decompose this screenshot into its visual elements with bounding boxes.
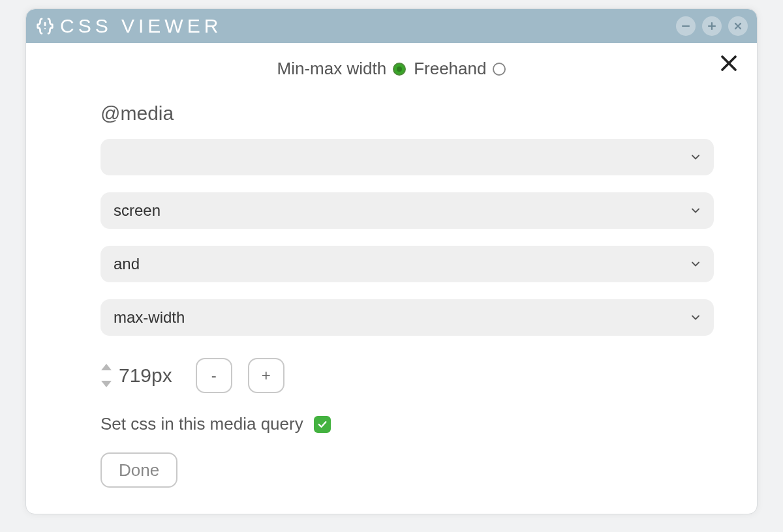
mode-selector: Min-max width Freehand [46, 59, 737, 79]
spinner-arrows[interactable] [100, 363, 112, 388]
title-left: CSS VIEWER [35, 15, 222, 37]
dropdown-group: screen and max-width [100, 139, 714, 336]
value-row: 719px - + [100, 358, 737, 393]
mode-option-freehand-label: Freehand [414, 59, 486, 79]
svg-marker-9 [101, 381, 112, 387]
decrement-button[interactable]: - [196, 358, 232, 393]
chevron-down-icon [689, 204, 702, 217]
minus-icon: - [211, 366, 217, 385]
arrow-up-icon[interactable] [100, 363, 112, 371]
mode-option-minmax[interactable]: Min-max width [277, 59, 407, 79]
svg-marker-8 [101, 364, 112, 370]
set-css-row: Set css in this media query [100, 414, 737, 434]
mode-option-minmax-label: Min-max width [277, 59, 387, 79]
close-panel-button[interactable] [716, 51, 741, 76]
window-title: CSS VIEWER [60, 15, 222, 37]
dropdown-feature-value: max-width [114, 308, 185, 327]
done-button-label: Done [119, 460, 159, 480]
css-viewer-window: CSS VIEWER [25, 8, 758, 514]
plus-icon: + [262, 366, 271, 385]
minimize-button[interactable] [676, 16, 696, 36]
chevron-down-icon [689, 258, 702, 271]
dropdown-operator-value: and [114, 255, 140, 273]
svg-point-0 [44, 28, 46, 29]
chevron-down-icon [689, 151, 702, 164]
chevron-down-icon [689, 311, 702, 324]
done-button[interactable]: Done [100, 452, 177, 488]
stepper-buttons: - + [196, 358, 284, 393]
dropdown-prefix[interactable] [100, 139, 714, 175]
close-window-button[interactable] [728, 16, 748, 36]
panel-body: Min-max width Freehand @media screen [26, 43, 757, 501]
radio-unchecked-icon [493, 63, 506, 76]
titlebar-controls [676, 16, 748, 36]
check-icon [316, 419, 328, 430]
titlebar: CSS VIEWER [26, 9, 757, 43]
dropdown-media-type[interactable]: screen [100, 192, 714, 229]
dropdown-feature[interactable]: max-width [100, 299, 714, 336]
width-spinner[interactable]: 719px [100, 363, 172, 388]
set-css-label: Set css in this media query [100, 414, 303, 434]
radio-checked-icon [393, 63, 406, 76]
increment-button[interactable]: + [248, 358, 284, 393]
braces-icon [35, 16, 60, 36]
set-css-checkbox[interactable] [314, 416, 331, 433]
width-value: 719px [119, 364, 172, 387]
dropdown-media-type-value: screen [114, 201, 161, 220]
add-button[interactable] [702, 16, 722, 36]
arrow-down-icon[interactable] [100, 380, 112, 388]
dropdown-operator[interactable]: and [100, 246, 714, 282]
media-label: @media [100, 102, 737, 125]
mode-option-freehand[interactable]: Freehand [414, 59, 506, 79]
